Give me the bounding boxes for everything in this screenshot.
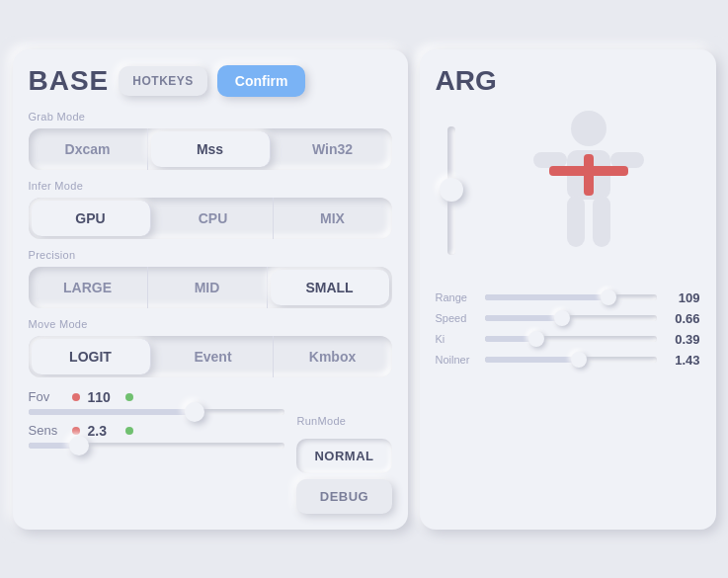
confirm-button[interactable]: Confirm	[217, 65, 306, 97]
svg-rect-7	[549, 166, 628, 176]
precision-small[interactable]: SMALL	[271, 270, 389, 305]
fov-dot-green	[125, 393, 133, 401]
move-logit[interactable]: LOGIT	[32, 339, 151, 374]
arg-speed-value: 0.66	[665, 311, 700, 326]
arg-noilner-label: Noilner	[436, 354, 477, 366]
move-mode-group: LOGIT Event Kmbox	[29, 336, 392, 377]
bottom-row: Fov 110 Sens 2.3	[29, 381, 392, 514]
grab-mss[interactable]: Mss	[151, 131, 271, 167]
arg-ki-value: 0.39	[665, 332, 700, 347]
arg-range-slider[interactable]	[485, 294, 657, 300]
arg-speed-row: Speed 0.66	[436, 311, 700, 326]
arg-ki-label: Ki	[436, 333, 477, 345]
hotkeys-button[interactable]: HOTKEYS	[119, 66, 207, 96]
runmode-debug[interactable]: DEBUG	[296, 479, 391, 514]
figure-container	[477, 107, 700, 275]
panel-header: BASE HOTKEYS Confirm	[29, 65, 392, 97]
svg-point-0	[571, 111, 607, 146]
arg-sliders: Range 109 Speed 0.66 Ki	[436, 290, 700, 368]
runmode-label: RunMode	[296, 415, 391, 427]
sens-label: Sens	[29, 423, 64, 438]
fov-slider[interactable]	[29, 409, 285, 415]
svg-rect-2	[533, 152, 567, 168]
infer-mode-group: GPU CPU MIX	[29, 198, 392, 239]
arg-range-row: Range 109	[436, 290, 700, 305]
precision-large[interactable]: LARGE	[29, 267, 148, 308]
main-container: BASE HOTKEYS Confirm Grab Mode Dxcam Mss…	[0, 36, 728, 543]
sliders-col: Fov 110 Sens 2.3	[29, 381, 285, 449]
vert-slider-wrap	[436, 107, 467, 275]
vert-slider[interactable]	[447, 126, 455, 255]
infer-mode-label: Infer Mode	[29, 180, 392, 192]
panel-title: BASE	[29, 65, 110, 97]
svg-rect-5	[593, 196, 610, 247]
runmode-col: RunMode NORMAL DEBUG	[296, 381, 391, 514]
precision-group: LARGE MID SMALL	[29, 267, 392, 308]
arg-ki-row: Ki 0.39	[436, 332, 700, 347]
human-figure	[510, 107, 668, 275]
grab-win32[interactable]: Win32	[274, 128, 392, 170]
arg-range-value: 109	[665, 290, 700, 305]
sens-dot-red	[72, 427, 80, 435]
infer-cpu[interactable]: CPU	[154, 198, 274, 239]
move-mode-label: Move Mode	[29, 318, 392, 330]
arg-noilner-row: Noilner 1.43	[436, 353, 700, 368]
infer-mix[interactable]: MIX	[274, 198, 392, 239]
grab-dxcam[interactable]: Dxcam	[29, 128, 148, 170]
fov-label: Fov	[29, 389, 64, 404]
move-kmbox[interactable]: Kmbox	[274, 336, 392, 377]
left-panel: BASE HOTKEYS Confirm Grab Mode Dxcam Mss…	[13, 49, 408, 530]
move-event[interactable]: Event	[154, 336, 274, 377]
arg-noilner-value: 1.43	[665, 353, 700, 368]
precision-mid[interactable]: MID	[148, 267, 268, 308]
arg-ki-slider[interactable]	[485, 336, 657, 342]
runmode-normal[interactable]: NORMAL	[296, 439, 391, 473]
precision-label: Precision	[29, 249, 392, 261]
svg-rect-3	[610, 152, 644, 168]
sens-slider[interactable]	[29, 443, 285, 449]
fov-dot-red	[72, 393, 80, 401]
svg-rect-4	[567, 196, 585, 247]
infer-gpu[interactable]: GPU	[32, 201, 151, 236]
grab-mode-label: Grab Mode	[29, 111, 392, 123]
arg-speed-slider[interactable]	[485, 315, 657, 321]
sens-row: Sens 2.3	[29, 423, 285, 439]
right-panel: ARG	[420, 49, 716, 530]
arg-speed-label: Speed	[436, 312, 477, 324]
sens-value: 2.3	[88, 423, 118, 439]
arg-figure-area	[436, 107, 700, 275]
sens-dot-green	[125, 427, 133, 435]
grab-mode-group: Dxcam Mss Win32	[29, 128, 392, 170]
fov-value: 110	[88, 389, 118, 405]
right-title: ARG	[436, 65, 700, 97]
arg-noilner-slider[interactable]	[485, 357, 657, 363]
fov-row: Fov 110	[29, 389, 285, 405]
arg-range-label: Range	[436, 291, 477, 303]
